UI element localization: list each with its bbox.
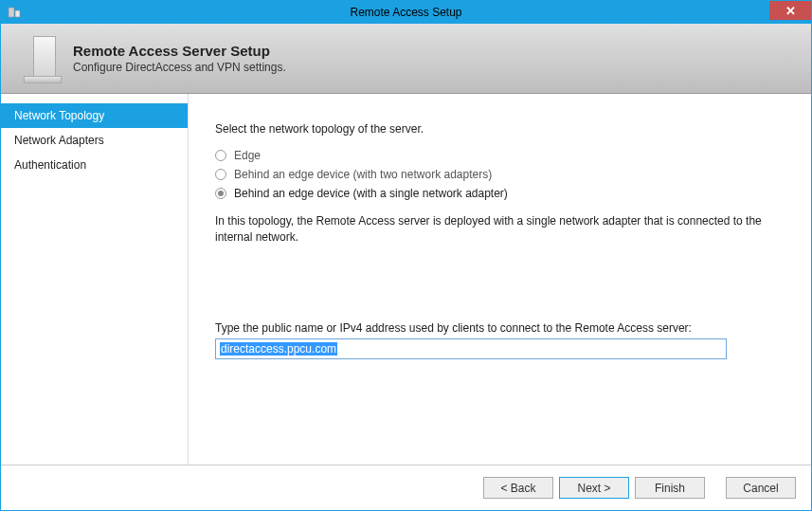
wizard-footer: < Back Next > Finish Cancel bbox=[1, 465, 811, 510]
cancel-button[interactable]: Cancel bbox=[726, 477, 796, 499]
button-label: Cancel bbox=[743, 482, 778, 495]
button-label: < Back bbox=[500, 482, 535, 495]
next-button[interactable]: Next > bbox=[559, 477, 629, 499]
back-button[interactable]: < Back bbox=[483, 477, 553, 499]
svg-rect-1 bbox=[15, 10, 20, 17]
radio-icon bbox=[215, 150, 226, 161]
close-button[interactable]: ✕ bbox=[769, 1, 811, 20]
server-icon bbox=[10, 30, 67, 87]
radio-label: Behind an edge device (with a single net… bbox=[234, 187, 508, 200]
sidebar-item-authentication[interactable]: Authentication bbox=[1, 153, 188, 177]
wizard-banner: Remote Access Server Setup Configure Dir… bbox=[1, 24, 811, 94]
window-title: Remote Access Setup bbox=[1, 6, 811, 19]
page-instruction: Select the network topology of the serve… bbox=[215, 122, 785, 136]
radio-label: Edge bbox=[234, 149, 261, 162]
button-label: Finish bbox=[655, 482, 685, 495]
sidebar-item-network-adapters[interactable]: Network Adapters bbox=[1, 128, 188, 153]
wizard-page: Select the network topology of the serve… bbox=[189, 94, 811, 465]
sidebar-item-label: Network Adapters bbox=[14, 134, 104, 147]
sidebar-item-network-topology[interactable]: Network Topology bbox=[1, 103, 188, 128]
topology-description: In this topology, the Remote Access serv… bbox=[215, 213, 785, 246]
topology-option-single-adapter[interactable]: Behind an edge device (with a single net… bbox=[215, 187, 785, 200]
public-address-input[interactable]: directaccess.ppcu.com bbox=[215, 338, 727, 359]
radio-label: Behind an edge device (with two network … bbox=[234, 168, 492, 181]
radio-icon bbox=[215, 169, 226, 180]
button-label: Next > bbox=[577, 482, 610, 495]
titlebar: Remote Access Setup ✕ bbox=[1, 1, 811, 24]
topology-option-two-adapters[interactable]: Behind an edge device (with two network … bbox=[215, 168, 785, 181]
finish-button[interactable]: Finish bbox=[635, 477, 705, 499]
public-address-value: directaccess.ppcu.com bbox=[220, 342, 337, 356]
public-address-label: Type the public name or IPv4 address use… bbox=[215, 321, 785, 335]
radio-icon bbox=[215, 188, 226, 199]
close-icon: ✕ bbox=[785, 4, 796, 18]
topology-option-edge[interactable]: Edge bbox=[215, 149, 785, 162]
sidebar-item-label: Authentication bbox=[14, 158, 86, 172]
sidebar-item-label: Network Topology bbox=[14, 109, 104, 122]
banner-heading: Remote Access Server Setup bbox=[73, 43, 286, 59]
app-icon bbox=[7, 5, 22, 20]
wizard-steps-sidebar: Network Topology Network Adapters Authen… bbox=[1, 94, 189, 465]
svg-rect-0 bbox=[9, 8, 14, 17]
banner-subheading: Configure DirectAccess and VPN settings. bbox=[73, 61, 286, 74]
